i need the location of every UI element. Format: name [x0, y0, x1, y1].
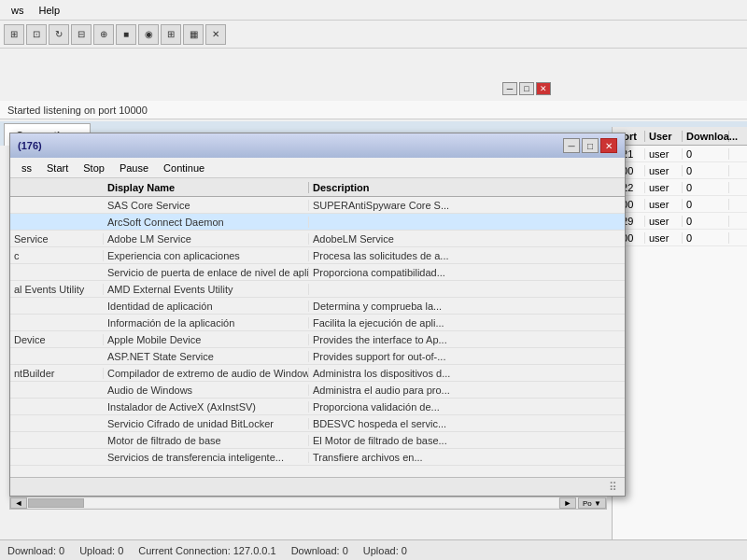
download-col-header: Downloa... [683, 131, 729, 142]
row-name-8: Device [10, 334, 104, 345]
table-row[interactable]: Servicios de transferencia inteligente..… [10, 449, 625, 466]
outer-maximize-btn[interactable]: □ [519, 82, 534, 95]
menu-start[interactable]: Start [39, 161, 76, 175]
row-display-12: Instalador de ActiveX (AxInstSV) [104, 401, 309, 413]
row-desc-10: Administra los dispositivos d... [309, 368, 625, 379]
outer-window-controls: ─ □ ✕ [502, 82, 551, 95]
row-desc-8: Provides the interface to Ap... [309, 334, 625, 345]
row-name-10: ntBuilder [10, 368, 104, 379]
row-display-14: Motor de filtrado de base [104, 435, 309, 446]
dialog-statusbar: ⠿ [10, 477, 625, 496]
outer-close-btn[interactable]: ✕ [536, 82, 551, 95]
outer-minimize-btn[interactable]: ─ [502, 82, 517, 95]
status-bar: Download: 0 Upload: 0 Current Connection… [0, 539, 747, 560]
status-download2: Download: 0 [291, 545, 348, 556]
right-row-2: 000 user 0 [613, 162, 747, 179]
row-display-13: Servicio Cifrado de unidad BitLocker [104, 418, 309, 429]
menu-pause[interactable]: Pause [112, 161, 156, 175]
menu-ws[interactable]: ws [4, 3, 31, 18]
row-display-10: Compilador de extremo de audio de Window… [104, 368, 309, 379]
right-panel-header: Port User Downloa... [613, 127, 747, 146]
toolbar-btn-3[interactable]: ↻ [49, 24, 69, 45]
menu-stop[interactable]: Stop [76, 161, 112, 175]
table-row[interactable]: Identidad de aplicación Determina y comp… [10, 298, 625, 315]
table-row[interactable]: ntBuilder Compilador de extremo de audio… [10, 365, 625, 382]
table-row[interactable]: Información de la aplicación Facilita la… [10, 315, 625, 331]
menu-help[interactable]: Help [31, 3, 67, 18]
table-row[interactable]: Service Adobe LM Service AdobeLM Service [10, 231, 625, 247]
table-row[interactable]: al Events Utility AMD External Events Ut… [10, 281, 625, 298]
user-6: user [645, 232, 683, 244]
toolbar-btn-5[interactable]: ⊕ [93, 24, 114, 45]
row-desc-14: El Motor de filtrado de base... [309, 435, 625, 446]
table-row[interactable]: Motor de filtrado de base El Motor de fi… [10, 432, 625, 449]
user-3: user [645, 182, 683, 193]
scroll-track[interactable] [28, 498, 558, 508]
toolbar-btn-9[interactable]: ▦ [183, 24, 204, 45]
table-row[interactable]: c Experiencia con aplicaciones Procesa l… [10, 247, 625, 264]
row-desc-7: Facilita la ejecución de apli... [309, 317, 625, 329]
row-name-3: c [10, 250, 104, 261]
row-display-11: Audio de Windows [104, 385, 309, 396]
horizontal-scrollbar[interactable]: ◄ ► Po ▼ [9, 497, 607, 510]
toolbar-btn-6[interactable]: ■ [116, 24, 136, 45]
row-name-2: Service [10, 233, 104, 245]
dialog-window-controls: ─ □ ✕ [563, 138, 617, 153]
row-desc-9: Provides support for out-of-... [309, 351, 625, 362]
bg-menubar: ws Help [0, 0, 747, 21]
table-body[interactable]: SAS Core Service SUPERAntiSpyware Core S… [10, 197, 625, 477]
row-display-1: ArcSoft Connect Daemon [104, 217, 309, 228]
row-desc-6: Determina y comprueba la... [309, 301, 625, 312]
row-name-5: al Events Utility [10, 284, 104, 295]
right-row-4: 000 user 0 [613, 196, 747, 213]
user-col-header: User [645, 131, 683, 142]
dialog-titlebar: (176) ─ □ ✕ [10, 133, 625, 158]
toolbar-btn-10[interactable]: ✕ [205, 24, 226, 45]
row-display-15: Servicios de transferencia inteligente..… [104, 452, 309, 463]
row-display-6: Identidad de aplicación [104, 301, 309, 312]
col-display-header: Display Name [104, 182, 309, 193]
dialog-close-btn[interactable]: ✕ [600, 138, 617, 153]
status-upload1: Upload: 0 [79, 545, 123, 556]
toolbar-btn-4[interactable]: ⊟ [71, 24, 92, 45]
scroll-thumb[interactable] [28, 498, 84, 508]
right-data-rows: 021 user 0 000 user 0 022 user 0 000 use… [613, 146, 747, 246]
right-panel: Port User Downloa... 021 user 0 000 user… [612, 127, 747, 539]
bg-toolbar: ⊞ ⊡ ↻ ⊟ ⊕ ■ ◉ ⊞ ▦ ✕ [0, 21, 747, 49]
toolbar-btn-7[interactable]: ◉ [138, 24, 159, 45]
scroll-left-btn[interactable]: ◄ [10, 497, 27, 509]
dl-4: 0 [683, 199, 729, 210]
resize-grip-icon: ⠿ [609, 481, 617, 494]
table-header: Display Name Description [10, 178, 625, 197]
dl-1: 0 [683, 148, 729, 160]
table-row[interactable]: Audio de Windows Administra el audio par… [10, 382, 625, 399]
table-row[interactable]: ArcSoft Connect Daemon [10, 214, 625, 231]
status-download: Download: 0 [7, 545, 64, 556]
right-row-6: 000 user 0 [613, 230, 747, 246]
menu-ss[interactable]: ss [14, 161, 39, 175]
row-desc-0: SUPERAntiSpyware Core S... [309, 200, 625, 211]
right-row-5: 029 user 0 [613, 213, 747, 230]
port-dropdown-btn[interactable]: Po ▼ [578, 497, 606, 509]
toolbar-btn-8[interactable]: ⊞ [161, 24, 181, 45]
row-desc-11: Administra el audio para pro... [309, 385, 625, 396]
row-display-7: Información de la aplicación [104, 317, 309, 329]
dialog-minimize-btn[interactable]: ─ [563, 138, 580, 153]
table-row[interactable]: SAS Core Service SUPERAntiSpyware Core S… [10, 197, 625, 214]
table-row[interactable]: Servicio Cifrado de unidad BitLocker BDE… [10, 415, 625, 432]
row-display-3: Experiencia con aplicaciones [104, 250, 309, 261]
user-4: user [645, 199, 683, 210]
table-row[interactable]: Servicio de puerta de enlace de nivel de… [10, 264, 625, 281]
dl-2: 0 [683, 165, 729, 176]
info-bar: Started listening on port 10000 [0, 101, 747, 119]
toolbar-btn-2[interactable]: ⊡ [26, 24, 47, 45]
table-row[interactable]: ASP.NET State Service Provides support f… [10, 348, 625, 365]
row-display-8: Apple Mobile Device [104, 334, 309, 345]
toolbar-btn-1[interactable]: ⊞ [4, 24, 24, 45]
menu-continue[interactable]: Continue [156, 161, 212, 175]
table-row[interactable]: Instalador de ActiveX (AxInstSV) Proporc… [10, 399, 625, 415]
dialog-maximize-btn[interactable]: □ [582, 138, 599, 153]
services-table: Display Name Description SAS Core Servic… [10, 178, 625, 477]
table-row[interactable]: Device Apple Mobile Device Provides the … [10, 331, 625, 348]
scroll-right-btn[interactable]: ► [559, 497, 576, 509]
